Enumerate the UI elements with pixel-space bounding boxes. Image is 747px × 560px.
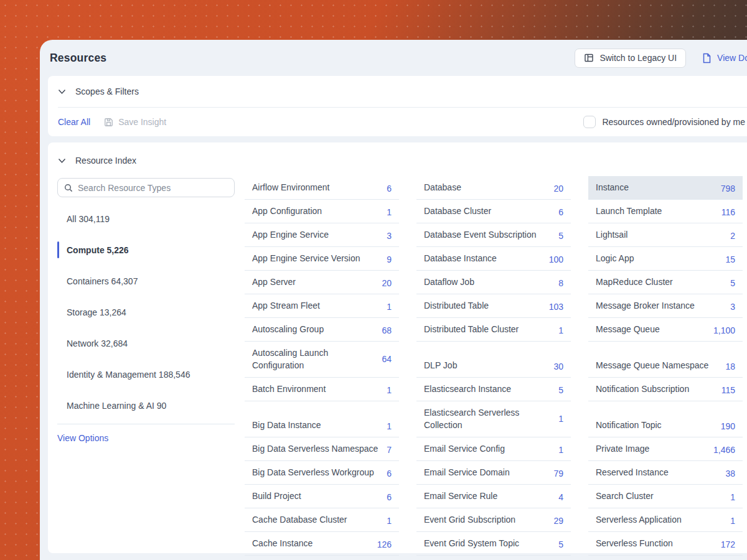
resource-type-row[interactable]: DLP Job30 xyxy=(416,342,571,378)
resource-type-row[interactable]: Autoscaling Launch Configuration64 xyxy=(245,342,399,378)
resource-type-row[interactable]: Autoscaling Group68 xyxy=(245,318,399,342)
resource-type-row[interactable]: App Stream Fleet1 xyxy=(245,294,399,318)
resource-type-count[interactable]: 6 xyxy=(387,492,392,502)
resource-type-row[interactable]: Notification Topic190 xyxy=(588,401,743,437)
resource-type-count[interactable]: 100 xyxy=(549,254,563,264)
resource-type-count[interactable]: 798 xyxy=(721,184,735,194)
resource-type-row[interactable]: Elasticsearch Instance5 xyxy=(416,378,571,401)
resource-type-count[interactable]: 1 xyxy=(387,421,392,431)
resource-type-row[interactable]: MapReduce Cluster5 xyxy=(588,271,743,294)
resource-type-count[interactable]: 20 xyxy=(553,184,563,194)
resource-type-row[interactable]: Cache Database Cluster1 xyxy=(245,508,399,532)
resource-type-row[interactable]: HSM Cluster2 xyxy=(416,556,571,560)
resource-type-row[interactable]: Event Grid System Topic5 xyxy=(416,532,571,556)
resource-type-count[interactable]: 6 xyxy=(387,184,392,194)
category-item-network[interactable]: Network 32,684 xyxy=(57,328,235,359)
resource-type-count[interactable]: 8 xyxy=(558,278,563,288)
resource-type-row[interactable]: Big Data Instance1 xyxy=(245,401,399,437)
resource-type-count[interactable]: 4 xyxy=(558,492,563,502)
resource-type-count[interactable]: 7 xyxy=(387,445,392,455)
resource-type-count[interactable]: 172 xyxy=(721,539,735,549)
resource-type-count[interactable]: 190 xyxy=(721,421,735,431)
resource-type-row[interactable]: Database Event Subscription5 xyxy=(416,223,571,247)
scopes-filters-header[interactable]: Scopes & Filters xyxy=(48,76,747,107)
resource-type-row[interactable]: Dataflow Job8 xyxy=(416,271,571,294)
resource-type-row[interactable]: Lightsail2 xyxy=(588,223,743,247)
owned-by-me-checkbox[interactable] xyxy=(583,116,596,128)
search-box[interactable] xyxy=(57,178,235,197)
resource-type-count[interactable]: 20 xyxy=(382,278,392,288)
resource-type-row[interactable]: App Engine Service3 xyxy=(245,223,399,247)
resource-type-count[interactable]: 6 xyxy=(387,469,392,478)
resource-type-count[interactable]: 1 xyxy=(387,302,392,312)
resource-type-row[interactable]: Big Data Serverless Namespace7 xyxy=(245,437,399,461)
resource-type-row[interactable]: Logic App15 xyxy=(588,247,743,271)
resource-type-row[interactable]: Email Service Config1 xyxy=(416,437,571,461)
resource-type-count[interactable]: 1,466 xyxy=(713,445,735,455)
resource-type-count[interactable]: 115 xyxy=(721,385,735,395)
chevron-down-icon[interactable] xyxy=(58,89,66,95)
resource-type-count[interactable]: 1 xyxy=(387,385,392,395)
resource-type-count[interactable]: 5 xyxy=(558,539,563,549)
resource-type-count[interactable]: 5 xyxy=(558,231,563,241)
resource-type-count[interactable]: 3 xyxy=(730,302,735,312)
resource-type-row[interactable]: Distributed Table Cluster1 xyxy=(416,318,571,342)
resource-type-row[interactable]: Database20 xyxy=(416,176,571,200)
resource-type-count[interactable]: 1 xyxy=(730,492,735,502)
resource-type-row[interactable]: Search Cluster1 xyxy=(588,485,743,508)
category-item-all[interactable]: All 304,119 xyxy=(57,203,235,235)
resource-type-count[interactable]: 116 xyxy=(721,207,735,217)
chevron-down-icon[interactable] xyxy=(58,158,66,164)
resource-type-count[interactable]: 68 xyxy=(382,325,392,335)
resource-type-count[interactable]: 1,100 xyxy=(713,325,735,335)
view-docs-link[interactable]: View Docs xyxy=(702,53,747,63)
resource-type-row[interactable]: Event Grid Subscription29 xyxy=(416,508,571,532)
resource-type-row[interactable]: Build Project6 xyxy=(245,485,399,508)
resource-type-row[interactable]: Batch Environment1 xyxy=(245,378,399,401)
resource-type-row[interactable]: Elasticsearch Serverless Collection1 xyxy=(416,401,571,437)
resource-type-row[interactable]: App Server20 xyxy=(245,271,399,294)
resource-type-count[interactable]: 1 xyxy=(730,516,735,526)
category-item-containers[interactable]: Containers 64,307 xyxy=(57,266,235,297)
resource-type-row[interactable]: Email Service Domain79 xyxy=(416,461,571,485)
resource-type-row[interactable]: Cache Instance126 xyxy=(245,532,399,556)
category-item-compute[interactable]: Compute 5,226 xyxy=(57,235,235,266)
resource-type-count[interactable]: 2 xyxy=(730,231,735,241)
resource-type-count[interactable]: 1 xyxy=(387,207,392,217)
resource-type-count[interactable]: 38 xyxy=(725,469,735,478)
resource-type-row[interactable]: Reserved Instance38 xyxy=(588,461,743,485)
resource-type-row[interactable]: Database Instance100 xyxy=(416,247,571,271)
resource-type-count[interactable]: 9 xyxy=(387,254,392,264)
resource-type-row[interactable]: Database Cluster6 xyxy=(416,200,571,223)
resource-type-row[interactable]: Launch Template116 xyxy=(588,200,743,223)
search-input[interactable] xyxy=(78,183,228,193)
resource-type-row[interactable]: Serverless Layers10 xyxy=(588,556,743,560)
resource-type-count[interactable]: 5 xyxy=(730,278,735,288)
resource-type-count[interactable]: 64 xyxy=(382,354,392,364)
resource-type-count[interactable]: 126 xyxy=(377,539,392,549)
resource-type-row[interactable]: Airflow Environment6 xyxy=(245,176,399,200)
resource-type-row[interactable]: Private Image1,466 xyxy=(588,437,743,461)
resource-type-row[interactable]: Serverless Function172 xyxy=(588,532,743,556)
resource-type-row[interactable]: Message Queue1,100 xyxy=(588,318,743,342)
resource-type-row[interactable]: Message Broker Instance3 xyxy=(588,294,743,318)
resource-type-row[interactable]: Big Data Serverless Workgroup6 xyxy=(245,461,399,485)
resource-type-row[interactable]: Distributed Table103 xyxy=(416,294,571,318)
resource-type-count[interactable]: 1 xyxy=(558,414,563,424)
resource-type-count[interactable]: 1 xyxy=(558,445,563,455)
resource-type-count[interactable]: 1 xyxy=(558,325,563,335)
resource-type-count[interactable]: 18 xyxy=(725,362,735,371)
switch-legacy-ui-button[interactable]: Switch to Legacy UI xyxy=(575,49,686,68)
view-options-link[interactable]: View Options xyxy=(57,433,108,443)
category-item-identity-management[interactable]: Identity & Management 188,546 xyxy=(57,359,235,390)
resource-type-count[interactable]: 1 xyxy=(387,516,392,526)
save-insight-button[interactable]: Save Insight xyxy=(104,117,166,127)
resource-type-count[interactable]: 30 xyxy=(553,362,563,371)
category-item-storage[interactable]: Storage 13,264 xyxy=(57,297,235,328)
resource-type-row[interactable]: Notification Subscription115 xyxy=(588,378,743,401)
resource-index-header[interactable]: Resource Index xyxy=(48,142,747,174)
resource-type-count[interactable]: 79 xyxy=(553,469,563,478)
resource-type-row[interactable]: Serverless Application1 xyxy=(588,508,743,532)
resource-type-count[interactable]: 29 xyxy=(553,516,563,526)
category-item-machine-learning-ai[interactable]: Machine Learning & AI 90 xyxy=(57,390,235,421)
